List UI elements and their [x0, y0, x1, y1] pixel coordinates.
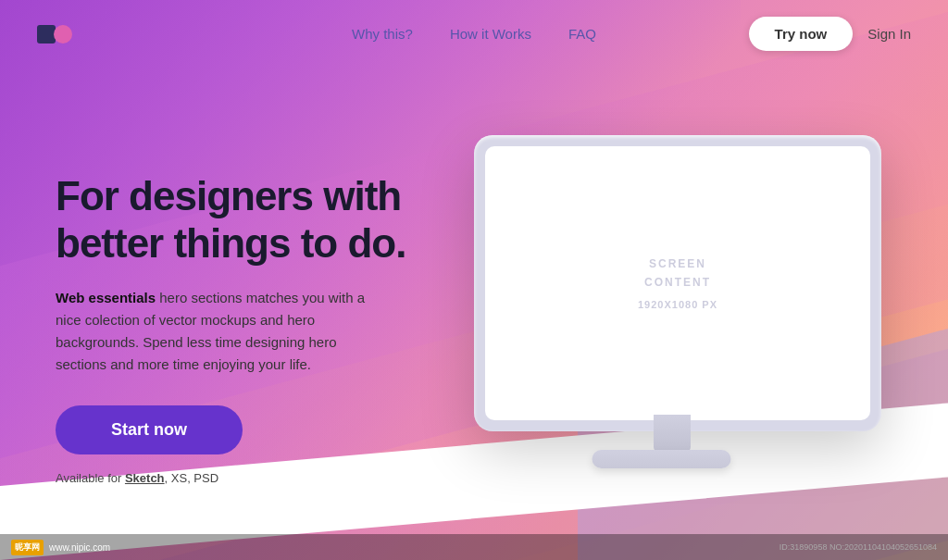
- watermark-left: 昵享网 www.nipic.com: [11, 540, 110, 555]
- available-sketch: Sketch: [125, 471, 165, 485]
- hero-right: SCREEN CONTENT 1920x1080 px: [444, 135, 892, 487]
- nav-actions: Try now Sign In: [749, 17, 911, 51]
- screen-size: 1920x1080 px: [638, 299, 717, 310]
- hero-left: For designers with better things to do. …: [56, 164, 444, 485]
- nav-how-it-works[interactable]: How it Works: [450, 26, 531, 42]
- start-now-button[interactable]: Start now: [56, 405, 243, 454]
- sign-in-button[interactable]: Sign In: [867, 26, 911, 42]
- screen-label: SCREEN CONTENT: [644, 255, 711, 291]
- logo-circle: [54, 25, 72, 44]
- monitor-screen: SCREEN CONTENT 1920x1080 px: [485, 146, 870, 420]
- logo: [37, 25, 72, 44]
- watermark-id: ID:31890958 NO:20201104104052651084: [780, 542, 937, 552]
- watermark-bar: 昵享网 www.nipic.com ID:31890958 NO:2020110…: [0, 534, 948, 560]
- nav-why-this[interactable]: Why this?: [352, 26, 413, 42]
- nav-faq[interactable]: FAQ: [568, 26, 596, 42]
- monitor-mockup: SCREEN CONTENT 1920x1080 px: [455, 135, 881, 487]
- logo-square: [37, 25, 56, 44]
- try-now-button[interactable]: Try now: [749, 17, 854, 51]
- main-nav: Why this? How it Works FAQ: [352, 26, 596, 42]
- hero-description-bold: Web essentials: [56, 290, 156, 305]
- header: Why this? How it Works FAQ Try now Sign …: [0, 0, 948, 68]
- hero-description: Web essentials hero sections matches you…: [56, 287, 389, 376]
- available-text: Available for Sketch, XS, PSD: [56, 471, 444, 485]
- monitor-body: SCREEN CONTENT 1920x1080 px: [474, 135, 881, 431]
- monitor-stand-base: [592, 450, 731, 468]
- hero-section: For designers with better things to do. …: [0, 68, 948, 560]
- available-rest: , XS, PSD: [165, 471, 219, 485]
- watermark-url: www.nipic.com: [49, 542, 110, 553]
- available-prefix: Available for: [56, 471, 125, 485]
- monitor-stand-neck: [654, 415, 691, 452]
- hero-title: For designers with better things to do.: [56, 173, 444, 267]
- watermark-logo: 昵享网: [11, 540, 44, 555]
